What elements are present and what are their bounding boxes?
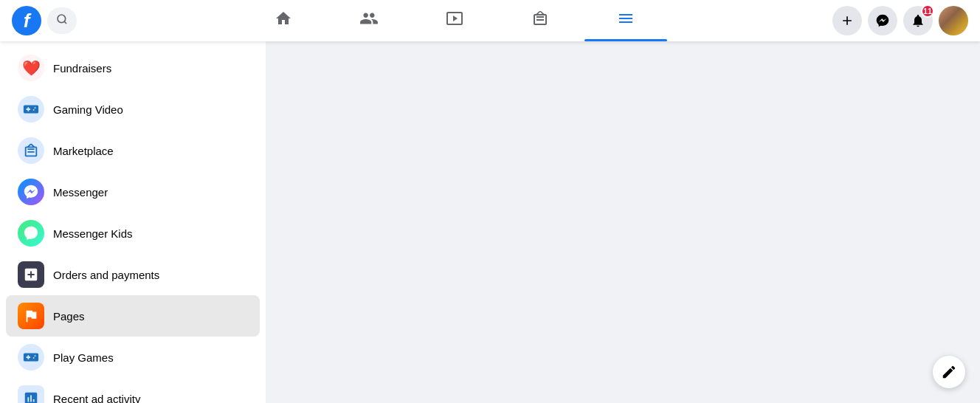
play-games-label: Play Games (53, 351, 114, 364)
main-area: ❤️ Fundraisers Gaming Video Marketplace (0, 41, 980, 403)
top-navigation: f (0, 0, 980, 41)
sidebar-item-gaming-video[interactable]: Gaming Video (6, 89, 260, 130)
messenger-kids-label: Messenger Kids (53, 227, 133, 240)
search-box[interactable] (47, 7, 77, 34)
gaming-video-label: Gaming Video (53, 103, 123, 116)
play-games-icon (18, 344, 44, 371)
messenger-kids-icon (18, 220, 44, 247)
pages-icon (18, 303, 44, 329)
svg-point-0 (58, 15, 66, 23)
sidebar-item-recent-ad[interactable]: Recent ad activity (6, 378, 260, 403)
topnav-center (242, 3, 667, 38)
notification-badge: 11 (921, 4, 934, 18)
topnav-left: f (12, 6, 77, 35)
fundraisers-icon: ❤️ (18, 55, 44, 81)
topnav-right: 11 (832, 6, 968, 35)
home-icon (275, 10, 292, 32)
search-icon (56, 13, 68, 28)
recent-ad-label: Recent ad activity (53, 393, 140, 404)
menu-icon (617, 10, 635, 32)
recent-ad-icon (18, 385, 44, 403)
nav-home[interactable] (242, 3, 325, 38)
sidebar-item-play-games[interactable]: Play Games (6, 337, 260, 378)
nav-watch[interactable] (413, 3, 496, 38)
messenger-button[interactable] (868, 6, 897, 35)
marketplace-icon (531, 10, 549, 32)
sidebar-item-pages[interactable]: Pages (6, 295, 260, 337)
messenger-icon (18, 179, 44, 205)
sidebar-item-messenger-kids[interactable]: Messenger Kids (6, 213, 260, 254)
facebook-logo[interactable]: f (12, 6, 41, 35)
compose-button[interactable] (933, 356, 965, 388)
sidebar-menu: ❤️ Fundraisers Gaming Video Marketplace (0, 41, 266, 403)
svg-line-1 (64, 21, 66, 24)
messenger-label: Messenger (53, 186, 108, 199)
marketplace-label: Marketplace (53, 145, 114, 157)
create-button[interactable] (832, 6, 862, 35)
sidebar-item-marketplace[interactable]: Marketplace (6, 130, 260, 171)
nav-friends[interactable] (328, 3, 410, 38)
gaming-video-icon (18, 96, 44, 123)
nav-menu[interactable] (584, 3, 667, 38)
pages-label: Pages (53, 310, 85, 323)
notifications-button[interactable]: 11 (903, 6, 933, 35)
sidebar-item-orders-payments[interactable]: Orders and payments (6, 254, 260, 295)
orders-payments-label: Orders and payments (53, 269, 159, 281)
fundraisers-label: Fundraisers (53, 62, 111, 75)
main-content (266, 41, 980, 403)
marketplace-icon (18, 137, 44, 164)
orders-payments-icon (18, 261, 44, 288)
watch-icon (446, 10, 463, 32)
sidebar-item-messenger[interactable]: Messenger (6, 171, 260, 213)
sidebar-item-fundraisers[interactable]: ❤️ Fundraisers (6, 47, 260, 89)
friends-icon (359, 9, 379, 32)
nav-marketplace[interactable] (499, 3, 582, 38)
profile-avatar[interactable] (939, 6, 968, 35)
